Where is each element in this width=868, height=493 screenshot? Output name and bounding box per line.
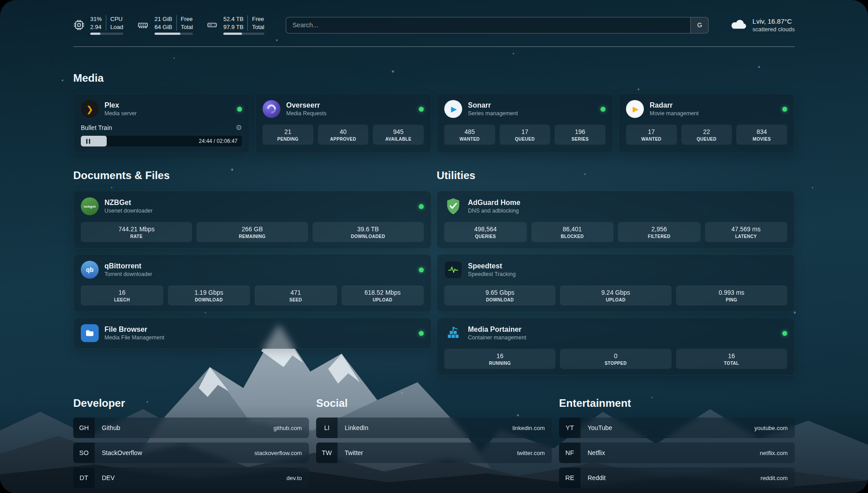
app-subtitle: Media File Management [104,334,164,341]
disk-usage-fill [223,33,242,35]
app-name: Radarr [650,101,699,109]
app-card-adguard[interactable]: AdGuard Home DNS and adblocking 498,564 … [437,191,795,249]
disk-free-value: 52.4 TB [223,15,243,23]
media-grid: ❯ Plex Media server Bullet Train ⚙ [73,93,795,153]
playback-time: 24:44 / 02:06:47 [199,138,242,144]
app-name: Overseerr [286,101,326,109]
bookmark-abbr: YT [559,418,580,438]
stat-filtered: 2,956 FILTERED [618,222,701,242]
app-subtitle: DNS and adblocking [468,208,520,214]
app-subtitle: Media Requests [286,110,326,117]
disk-label-bottom: Total [252,23,264,31]
bookmark-linkedin[interactable]: LI LinkedIn linkedin.com [316,418,552,438]
bookmark-dev[interactable]: DT DEV dev.to [73,468,309,488]
stat-pending: 21 PENDING [263,125,313,145]
bookmark-url: linkedin.com [513,425,545,431]
bookmark-abbr: NF [559,443,580,463]
stat-download: 1.19 Gbps DOWNLOAD [168,285,250,305]
app-card-overseerr[interactable]: Overseerr Media Requests 21 PENDING 40 A… [255,93,431,153]
stat-blocked: 86,401 BLOCKED [531,222,614,242]
app-name: Plex [104,101,137,109]
app-name: Speedtest [468,262,516,270]
memory-usage-fill [154,33,180,35]
weather-widget: Lviv, 16.87°C scattered clouds [730,17,795,33]
section-title-documents: Documents & Files [73,169,431,182]
status-dot [782,107,787,112]
stat-available: 945 AVAILABLE [373,125,424,145]
bookmark-twitter[interactable]: TW Twitter twitter.com [316,443,552,463]
app-card-filebrowser[interactable]: File Browser Media File Management [73,318,431,349]
bookmark-name: Twitter [345,449,363,456]
bookmark-youtube[interactable]: YT YouTube youtube.com [559,418,795,438]
bookmark-abbr: LI [316,418,338,438]
stat-approved: 40 APPROVED [318,125,369,145]
stat-latency: 47.569 ms LATENCY [705,222,788,242]
stat-rate: 744.21 Mbps RATE [81,222,192,242]
bookmark-name: Reddit [588,474,605,481]
weather-condition: scattered clouds [752,26,795,33]
app-card-qbittorrent[interactable]: qb qBittorrent Torrent downloader 16 [73,254,431,312]
bookmark-abbr: DT [73,468,95,488]
app-card-sonarr[interactable]: ▶ Sonarr Series management 485 WANTED 17 [437,93,613,153]
bookmark-stackoverflow[interactable]: SO StackOverflow stackoverflow.com [73,443,309,463]
ram-icon [137,20,149,30]
stat-upload: 618.52 Mbps UPLOAD [342,285,424,305]
stat-download: 9.65 Gbps DOWNLOAD [444,285,555,305]
status-dot [419,267,424,272]
utilities-column: Utilities AdGuard Home [437,169,795,376]
stat-movies: 834 MOVIES [736,125,787,145]
app-card-speedtest[interactable]: Speedtest Speedtest Tracking 9.65 Gbps D… [437,254,795,312]
stat-running: 16 RUNNING [444,349,555,369]
disk-usage-bar [223,33,264,35]
search-input[interactable] [286,17,690,33]
cloud-icon [730,17,747,33]
gear-icon[interactable]: ⚙ [236,123,242,132]
app-card-radarr[interactable]: ▶ Radarr Movie management 17 WANTED 22 [618,93,795,153]
dashboard-page: 31% 2.94 CPU Load [0,0,868,493]
bookmark-url: github.com [273,425,302,431]
top-bar: 31% 2.94 CPU Load [73,0,795,35]
bookmark-name: YouTube [588,424,612,431]
bookmark-github[interactable]: GH Github github.com [73,418,309,438]
app-name: File Browser [104,326,164,334]
bookmark-netflix[interactable]: NF Netflix netflix.com [559,443,795,463]
adguard-icon [444,197,462,215]
playback-progress-bar[interactable]: 24:44 / 02:06:47 [81,136,242,146]
cpu-label-top: CPU [110,15,123,23]
bookmark-name: StackOverflow [102,449,142,456]
stat-series: 196 SERIES [555,125,605,145]
documents-column: Documents & Files nzbget NZBGet Usenet d… [73,169,431,376]
app-subtitle: Torrent downloader [104,271,152,277]
stat-leech: 16 LEECH [81,285,163,305]
memory-label-bottom: Total [181,23,193,31]
search-bar[interactable]: G [286,17,709,33]
status-dot [601,107,605,112]
app-card-portainer[interactable]: Media Portainer Container management 16 … [437,318,795,376]
stat-remaining: 266 GB REMAINING [196,222,308,242]
stat-total: 16 TOTAL [676,349,787,369]
bookmark-abbr: TW [316,443,338,463]
memory-total-value: 64 GiB [154,23,172,31]
app-card-plex[interactable]: ❯ Plex Media server Bullet Train ⚙ [73,93,250,153]
app-name: qBittorrent [104,262,152,270]
weather-location: Lviv, 16.87°C [752,17,795,25]
pause-icon[interactable] [86,139,90,144]
app-name: Media Portainer [468,326,526,334]
app-subtitle: Speedtest Tracking [468,271,516,277]
app-subtitle: Usenet downloader [104,208,153,214]
status-dot [419,204,424,209]
stat-stopped: 0 STOPPED [560,349,671,369]
stat-seed: 471 SEED [255,285,337,305]
search-engine-button[interactable]: G [690,17,708,33]
app-card-nzbget[interactable]: nzbget NZBGet Usenet downloader 744.21 M… [73,191,431,249]
bookmark-reddit[interactable]: RE Reddit reddit.com [559,468,795,488]
speedtest-icon [444,261,462,279]
stat-wanted: 485 WANTED [444,125,495,145]
app-name: Sonarr [468,101,518,109]
stat-queries: 498,564 QUERIES [444,222,527,242]
sonarr-icon: ▶ [444,100,462,118]
bookmark-url: stackoverflow.com [255,450,302,456]
radarr-icon: ▶ [626,100,644,118]
stat-queued: 17 QUEUED [500,125,551,145]
memory-free-value: 21 GiB [154,15,172,23]
